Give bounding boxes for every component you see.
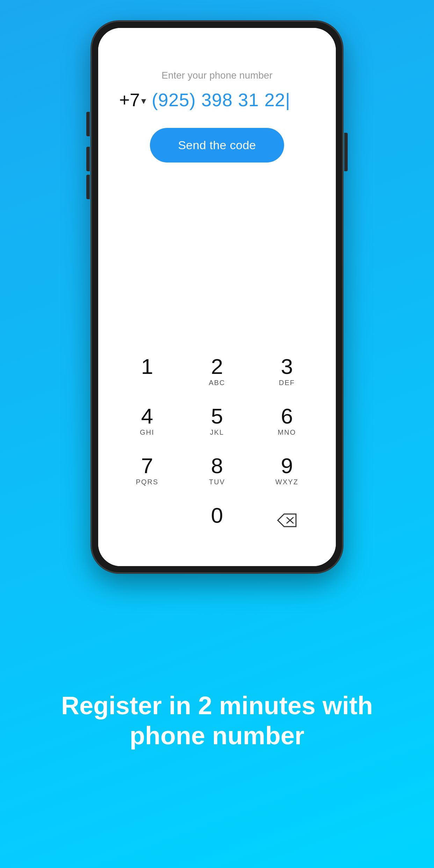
- key-2[interactable]: 2 ABC: [182, 347, 252, 396]
- backspace-icon: [276, 513, 297, 528]
- key-empty: [112, 496, 182, 545]
- key-number-0: 0: [211, 505, 223, 526]
- phone-number-display[interactable]: (925) 398 31 22|: [152, 89, 315, 110]
- phone-input-row: +7 ▾ (925) 398 31 22|: [119, 89, 315, 110]
- key-letters-2: ABC: [209, 379, 225, 387]
- key-letters-5: JKL: [210, 428, 224, 437]
- key-9[interactable]: 9 WXYZ: [252, 446, 322, 496]
- tagline-section: Register in 2 minutes with phone number: [0, 573, 434, 868]
- key-7[interactable]: 7 PQRS: [112, 446, 182, 496]
- key-0[interactable]: 0: [182, 496, 252, 545]
- key-number-9: 9: [281, 455, 293, 477]
- keypad: 1 2 ABC 3 DEF 4 GHI: [98, 340, 336, 566]
- key-number-5: 5: [211, 405, 223, 427]
- send-button-section: Send the code: [98, 124, 336, 176]
- key-letters-3: DEF: [279, 379, 295, 387]
- tagline-text: Register in 2 minutes with phone number: [28, 690, 406, 751]
- key-1[interactable]: 1: [112, 347, 182, 396]
- key-3[interactable]: 3 DEF: [252, 347, 322, 396]
- key-number-6: 6: [281, 405, 293, 427]
- dropdown-arrow-icon: ▾: [141, 95, 146, 107]
- key-8[interactable]: 8 TUV: [182, 446, 252, 496]
- key-letters-7: PQRS: [136, 478, 159, 486]
- status-bar: [98, 28, 336, 49]
- key-number-1: 1: [141, 356, 153, 377]
- country-code-selector[interactable]: +7 ▾: [119, 89, 146, 110]
- key-number-3: 3: [281, 356, 293, 377]
- key-number-4: 4: [141, 405, 153, 427]
- key-5[interactable]: 5 JKL: [182, 396, 252, 446]
- input-section: Enter your phone number +7 ▾ (925) 398 3…: [98, 49, 336, 124]
- key-number-7: 7: [141, 455, 153, 477]
- key-number-2: 2: [211, 356, 223, 377]
- phone-content: Enter your phone number +7 ▾ (925) 398 3…: [98, 49, 336, 566]
- key-4[interactable]: 4 GHI: [112, 396, 182, 446]
- key-number-8: 8: [211, 455, 223, 477]
- key-letters-6: MNO: [278, 428, 296, 437]
- key-letters-9: WXYZ: [275, 478, 298, 486]
- phone-screen: Enter your phone number +7 ▾ (925) 398 3…: [98, 28, 336, 566]
- send-code-button[interactable]: Send the code: [150, 128, 284, 162]
- input-label: Enter your phone number: [161, 70, 273, 81]
- key-letters-4: GHI: [140, 428, 154, 437]
- key-letters-8: TUV: [209, 478, 225, 486]
- phone-frame: Enter your phone number +7 ▾ (925) 398 3…: [91, 21, 343, 573]
- country-code-value: +7: [119, 89, 140, 110]
- key-6[interactable]: 6 MNO: [252, 396, 322, 446]
- spacer: [98, 176, 336, 340]
- key-backspace[interactable]: [252, 496, 322, 545]
- phone-wrapper: Enter your phone number +7 ▾ (925) 398 3…: [91, 21, 343, 573]
